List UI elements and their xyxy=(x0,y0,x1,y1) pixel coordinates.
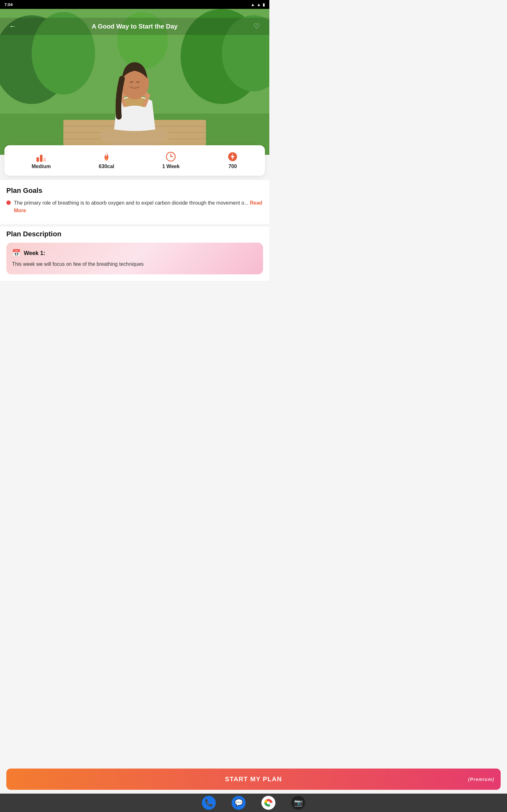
week-title: Week 1: xyxy=(24,250,45,257)
signal-icon: ▲ xyxy=(257,2,261,7)
clock-icon xyxy=(166,152,176,162)
flame-icon xyxy=(102,152,111,162)
stat-duration: 1 Week xyxy=(162,152,180,169)
favorite-button[interactable]: ♡ xyxy=(250,22,263,31)
page-title: A Good Way to Start the Day xyxy=(19,23,250,30)
week-card: 📅 Week 1: This week we will focus on few… xyxy=(6,243,263,274)
calendar-icon: 📅 xyxy=(12,249,20,257)
goal-text: The primary role of breathing is to abso… xyxy=(14,199,263,214)
back-button[interactable]: ← xyxy=(6,22,19,31)
stat-calories: 630cal xyxy=(99,152,114,169)
plan-goals-section: Plan Goals The primary role of breathing… xyxy=(0,180,269,224)
lightning-icon xyxy=(228,152,238,162)
stat-points: 700 xyxy=(228,152,238,169)
difficulty-icon xyxy=(37,152,46,162)
stat-difficulty: Medium xyxy=(32,152,51,169)
status-time: 7:04 xyxy=(4,2,13,7)
calories-label: 630cal xyxy=(99,164,114,169)
battery-icon: ▮ xyxy=(263,2,265,7)
wifi-icon: ▲ xyxy=(250,2,255,7)
top-header: ← A Good Way to Start the Day ♡ xyxy=(0,18,269,35)
goal-bullet xyxy=(6,200,11,205)
hero-section: ← A Good Way to Start the Day ♡ xyxy=(0,9,269,155)
week-header: 📅 Week 1: xyxy=(12,249,257,257)
week-description: This week we will focus on few of the br… xyxy=(12,260,257,268)
goal-item: The primary role of breathing is to abso… xyxy=(6,199,263,214)
difficulty-label: Medium xyxy=(32,164,51,169)
status-bar: 7:04 ▲ ▲ ▮ xyxy=(0,0,269,9)
plan-description-title: Plan Description xyxy=(6,230,263,238)
plan-description-section: Plan Description 📅 Week 1: This week we … xyxy=(0,227,269,281)
plan-goals-title: Plan Goals xyxy=(6,187,263,195)
duration-label: 1 Week xyxy=(162,164,180,169)
points-label: 700 xyxy=(228,164,237,169)
status-icons: ▲ ▲ ▮ xyxy=(250,2,265,7)
stats-card: Medium 630cal 1 Week 700 xyxy=(4,145,265,176)
